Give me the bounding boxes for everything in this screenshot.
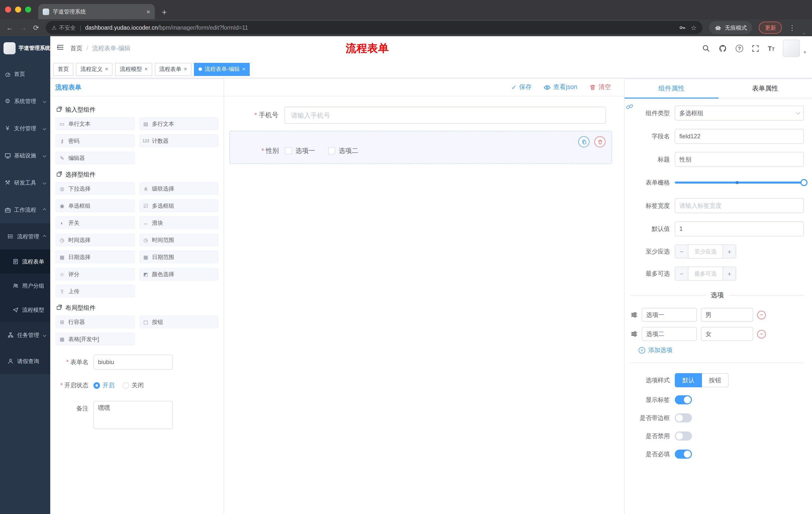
sidebar-item-process-model[interactable]: 流程模型 (0, 298, 50, 322)
bookmark-star-icon[interactable]: ☆ (691, 24, 697, 31)
palette-item-time-range[interactable]: ◷时间范围 (139, 233, 219, 246)
sidebar-item-home[interactable]: 首页 (0, 60, 50, 87)
search-icon[interactable] (702, 44, 710, 52)
form-name-input[interactable] (93, 355, 173, 370)
sidebar-item-process-mgmt[interactable]: 流程管理 (0, 223, 50, 249)
palette-item-checkbox-group[interactable]: ☑多选框组 (139, 199, 219, 212)
grid-slider[interactable] (675, 175, 804, 190)
disabled-toggle[interactable] (675, 432, 692, 440)
palette-item-button[interactable]: ▢按钮 (139, 315, 219, 328)
title-input[interactable] (675, 152, 804, 167)
back-icon[interactable]: ← (6, 24, 13, 31)
reload-icon[interactable]: ⟳ (33, 24, 39, 31)
tab-component-props[interactable]: 组件属性 (625, 78, 718, 98)
drag-handle-icon[interactable] (631, 311, 638, 318)
checkbox-icon[interactable] (328, 147, 335, 154)
remove-option-button[interactable]: − (757, 310, 766, 319)
default-value-input[interactable] (675, 221, 804, 236)
font-size-icon[interactable] (768, 45, 775, 52)
help-icon[interactable] (736, 45, 743, 52)
update-button[interactable]: 更新 (759, 22, 782, 34)
browser-tab[interactable]: 芋道管理系统 × (38, 4, 155, 19)
save-button[interactable]: ✓保存 (511, 83, 532, 91)
palette-item-radio-group[interactable]: ◉单选框组 (55, 199, 135, 212)
toolbar-chevron-icon[interactable]: ⌄ (802, 30, 806, 35)
palette-item-counter[interactable]: 123计数器 (139, 134, 219, 147)
label-width-input[interactable] (675, 198, 804, 213)
forward-icon[interactable]: → (20, 24, 27, 31)
gender-option-2[interactable]: 选项二 (328, 146, 358, 155)
tag-home[interactable]: 首页 (53, 63, 74, 76)
option-value-input[interactable] (701, 308, 753, 322)
palette-item-rate[interactable]: ☆评分 (55, 268, 135, 281)
copy-component-button[interactable] (578, 136, 589, 147)
style-default-button[interactable]: 默认 (675, 373, 702, 387)
drag-handle-icon[interactable] (631, 330, 638, 337)
phone-input[interactable] (284, 107, 606, 124)
show-label-toggle[interactable] (675, 395, 692, 404)
hamburger-icon[interactable] (56, 43, 64, 53)
required-toggle[interactable] (675, 450, 692, 459)
palette-item-row-container[interactable]: ⊞行容器 (55, 315, 135, 328)
gender-option-1[interactable]: 选项一 (285, 146, 315, 155)
palette-item-single-line-text[interactable]: ▭单行文本 (55, 117, 135, 130)
clear-button[interactable]: 清空 (589, 83, 611, 91)
close-tab-icon[interactable]: × (146, 8, 150, 15)
sidebar-item-user-groups[interactable]: 用户分组 (0, 274, 50, 298)
palette-item-date-picker[interactable]: ▦日期选择 (55, 250, 135, 264)
field-phone[interactable]: 手机号 (229, 107, 612, 124)
sidebar-item-payment[interactable]: ¥ 支付管理 (0, 115, 50, 142)
avatar[interactable] (783, 40, 800, 57)
minimize-window-button[interactable] (15, 6, 21, 12)
breadcrumb-home[interactable]: 首页 (70, 44, 82, 53)
close-icon[interactable]: × (242, 66, 245, 72)
min-select-stepper[interactable]: −至少应选+ (675, 244, 736, 259)
checkbox-icon[interactable] (285, 147, 292, 154)
max-select-stepper[interactable]: −最多可选+ (675, 267, 736, 281)
tag-process-definition[interactable]: 流程定义 × (76, 63, 113, 76)
fullscreen-icon[interactable] (752, 45, 759, 52)
palette-item-upload[interactable]: ⇧上传 (55, 285, 135, 298)
decrease-icon[interactable]: − (675, 245, 688, 258)
option-label-input[interactable] (642, 308, 697, 322)
security-warning[interactable]: ⚠ 不安全 (52, 24, 76, 31)
style-button-button[interactable]: 按钮 (702, 373, 729, 387)
sidebar-item-workflow[interactable]: 工作流程 (0, 196, 50, 223)
decrease-icon[interactable]: − (675, 267, 688, 280)
component-type-select[interactable]: 多选框组 (675, 106, 804, 121)
add-option-button[interactable]: + 添加选项 (639, 346, 804, 355)
sidebar-item-infra[interactable]: 基础设施 (0, 142, 50, 169)
sidebar-item-system[interactable]: ⚙ 系统管理 (0, 87, 50, 115)
status-radio-on[interactable]: 开启 (93, 381, 115, 389)
new-tab-button[interactable]: + (162, 8, 167, 17)
delete-component-button[interactable] (594, 136, 606, 147)
close-icon[interactable]: × (105, 66, 108, 72)
palette-item-password[interactable]: ⚷密码 (55, 134, 135, 147)
link-icon[interactable] (626, 103, 634, 113)
palette-item-cascader[interactable]: ⋔级联选择 (139, 182, 219, 195)
increase-icon[interactable]: + (723, 267, 736, 280)
palette-item-switch[interactable]: ◐开关 (55, 216, 135, 229)
option-value-input[interactable] (701, 327, 753, 341)
palette-item-date-range[interactable]: ▦日期范围 (139, 250, 219, 264)
close-window-button[interactable] (5, 6, 11, 12)
slider-handle[interactable] (801, 179, 808, 186)
tab-form-props[interactable]: 表单属性 (718, 78, 812, 98)
palette-item-slider[interactable]: ↔滑块 (139, 216, 219, 229)
remove-option-button[interactable]: − (757, 330, 766, 338)
field-gender-selected[interactable]: 性别 选项一 选项二 (229, 131, 612, 164)
slider-track[interactable] (675, 182, 804, 184)
avatar-caret-icon[interactable]: ▾ (804, 50, 806, 55)
form-remark-textarea[interactable]: 嘿嘿 (93, 401, 173, 429)
close-icon[interactable]: × (184, 66, 187, 72)
sidebar-item-task-mgmt[interactable]: 任务管理 (0, 322, 50, 348)
close-icon[interactable]: × (144, 66, 148, 72)
palette-item-color-picker[interactable]: ◩颜色选择 (139, 268, 219, 281)
incognito-badge[interactable]: 无痕模式 (709, 21, 752, 34)
tag-process-form[interactable]: 流程表单 × (155, 63, 192, 76)
border-toggle[interactable] (675, 413, 692, 423)
browser-menu-icon[interactable]: ⋮ (789, 24, 796, 32)
sidebar-item-devtools[interactable]: ⚒ 研发工具 (0, 169, 50, 196)
field-name-input[interactable] (675, 129, 804, 144)
maximize-window-button[interactable] (25, 6, 31, 12)
